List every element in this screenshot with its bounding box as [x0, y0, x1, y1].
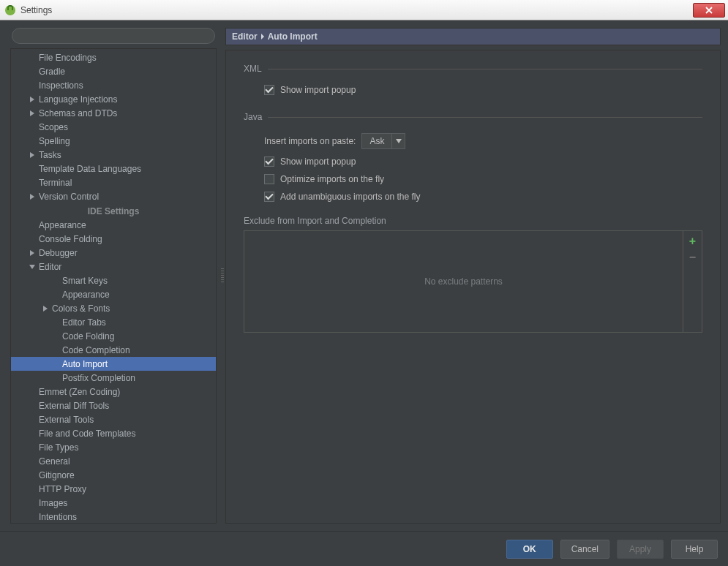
tree-item[interactable]: Debugger: [11, 246, 216, 260]
tree-item[interactable]: Gitignore: [11, 468, 216, 482]
insert-imports-row: Insert imports on paste: Ask: [244, 129, 702, 153]
chevron-right-icon: [29, 249, 37, 257]
tree-item[interactable]: Images: [11, 496, 216, 510]
ok-button[interactable]: OK: [506, 540, 553, 559]
tree-item-label: Emmet (Zen Coding): [39, 387, 120, 397]
breadcrumb-sep-icon: [260, 31, 265, 42]
chevron-right-icon: [29, 151, 37, 159]
tree-item-label: Smart Keys: [62, 276, 108, 286]
tree-item[interactable]: Intentions: [11, 510, 216, 524]
tree-item[interactable]: Language Injections: [11, 92, 216, 106]
add-unambiguous-checkbox[interactable]: [264, 192, 274, 202]
group-xml-label: XML: [244, 64, 262, 74]
tree-item-label: Gradle: [39, 67, 65, 77]
tree-item-label: File Encodings: [39, 53, 97, 63]
tree-item-label: Scopes: [39, 122, 68, 132]
titlebar: Settings: [0, 0, 728, 20]
tree-item[interactable]: File and Code Templates: [11, 426, 216, 440]
tree-item-label: Tasks: [39, 150, 61, 160]
tree-item[interactable]: Colors & Fonts: [11, 301, 216, 315]
splitter[interactable]: [219, 28, 225, 524]
tree-item[interactable]: Tasks: [11, 148, 216, 162]
insert-imports-select[interactable]: Ask: [361, 133, 405, 149]
tree-item[interactable]: File Encodings: [11, 50, 216, 64]
tree-item[interactable]: Editor: [11, 260, 216, 273]
tree-item-label: Gitignore: [39, 470, 75, 480]
tree-item[interactable]: Console Folding: [11, 232, 216, 246]
tree-item[interactable]: General: [11, 454, 216, 468]
group-java-label: Java: [244, 112, 262, 122]
tree-item[interactable]: Emmet (Zen Coding): [11, 385, 216, 399]
tree-item-label: Auto Import: [62, 359, 108, 369]
tree-item-label: Editor Tabs: [62, 317, 106, 328]
tree-item[interactable]: Schemas and DTDs: [11, 106, 216, 120]
breadcrumb-leaf: Auto Import: [268, 31, 318, 42]
tree-item-label: HTTP Proxy: [39, 484, 86, 494]
chevron-down-icon: [391, 134, 405, 148]
tree-item[interactable]: Inspections: [11, 78, 216, 92]
java-show-import-popup-checkbox[interactable]: [264, 156, 274, 167]
java-show-import-popup-row[interactable]: Show import popup: [244, 153, 702, 170]
add-unambiguous-row[interactable]: Add unambiguous imports on the fly: [244, 188, 702, 205]
tree-item[interactable]: Scopes: [11, 120, 216, 134]
tree-item-label: Postfix Completion: [62, 373, 135, 383]
tree-item-label: Colors & Fonts: [52, 303, 110, 314]
xml-show-import-popup-checkbox[interactable]: [264, 85, 274, 95]
xml-show-import-popup-row[interactable]: Show import popup: [244, 81, 702, 99]
content-panel: Editor Auto Import XML Show import popup…: [225, 28, 721, 524]
tree-item-label: Code Folding: [62, 331, 114, 342]
breadcrumb-root: Editor: [232, 31, 258, 42]
settings-tree[interactable]: File EncodingsGradleInspectionsLanguage …: [10, 48, 217, 524]
tree-item-label: Language Injections: [39, 94, 117, 105]
group-xml: XML: [244, 64, 702, 74]
optimize-imports-checkbox[interactable]: [264, 174, 274, 184]
chevron-down-icon: [29, 263, 37, 271]
svg-point-0: [5, 5, 15, 15]
close-button[interactable]: [693, 3, 725, 18]
remove-button[interactable]: −: [687, 252, 699, 263]
tree-item-label: Debugger: [39, 248, 78, 258]
exclude-toolbar: + −: [683, 231, 702, 332]
tree-item-label: Schemas and DTDs: [39, 108, 117, 118]
help-button[interactable]: Help: [671, 540, 718, 559]
chevron-right-icon: [29, 109, 37, 118]
insert-imports-value: Ask: [362, 134, 391, 148]
tree-item[interactable]: Editor Tabs: [11, 315, 216, 329]
tree-item-label: Appearance: [39, 220, 86, 230]
tree-item-label: Appearance: [62, 290, 110, 300]
cancel-button[interactable]: Cancel: [560, 540, 609, 559]
apply-button[interactable]: Apply: [617, 540, 664, 559]
app-icon: [4, 4, 16, 16]
tree-item[interactable]: Code Folding: [11, 329, 216, 343]
tree-item[interactable]: Appearance: [11, 218, 216, 232]
tree-item-label: Intentions: [39, 512, 77, 522]
tree-item[interactable]: Spelling: [11, 134, 216, 148]
tree-item[interactable]: Auto Import: [11, 357, 216, 371]
add-button[interactable]: +: [687, 235, 699, 247]
tree-item[interactable]: Version Control: [11, 189, 216, 203]
tree-item[interactable]: Smart Keys: [11, 273, 216, 287]
tree-item[interactable]: Appearance: [11, 287, 216, 301]
tree-item[interactable]: Code Completion: [11, 343, 216, 357]
tree-item[interactable]: External Diff Tools: [11, 399, 216, 412]
chevron-right-icon: [29, 95, 37, 104]
breadcrumb: Editor Auto Import: [225, 28, 721, 45]
chevron-right-icon: [42, 304, 50, 313]
tree-item[interactable]: Template Data Languages: [11, 162, 216, 176]
tree-item-label: Spelling: [39, 136, 70, 146]
tree-item[interactable]: Gradle: [11, 64, 216, 78]
tree-item[interactable]: Postfix Completion: [11, 371, 216, 385]
optimize-imports-row[interactable]: Optimize imports on the fly: [244, 170, 702, 188]
tree-item[interactable]: Terminal: [11, 176, 216, 189]
tree-item-label: External Diff Tools: [39, 401, 109, 411]
insert-imports-label: Insert imports on paste:: [264, 136, 356, 146]
tree-item-label: Images: [39, 498, 67, 508]
tree-item[interactable]: External Tools: [11, 412, 216, 426]
tree-item-label: Console Folding: [39, 234, 102, 244]
search-input[interactable]: [12, 28, 215, 44]
tree-item-label: Inspections: [39, 80, 83, 91]
tree-item[interactable]: File Types: [11, 440, 216, 454]
exclude-box: No exclude patterns + −: [244, 230, 702, 333]
grip-icon: [221, 268, 224, 283]
tree-item[interactable]: HTTP Proxy: [11, 482, 216, 496]
